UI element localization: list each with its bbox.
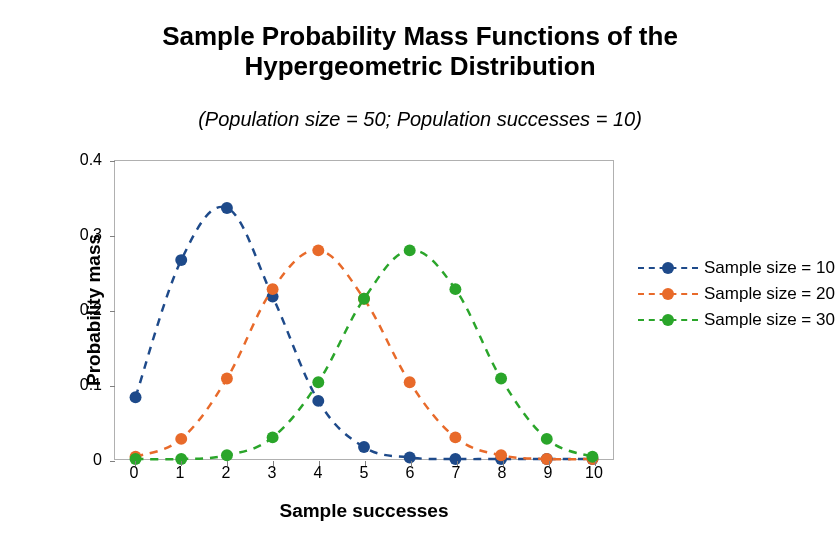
chart-title: Sample Probability Mass Functions of the… xyxy=(0,22,840,82)
series-point xyxy=(449,283,461,295)
chart-figure: Sample Probability Mass Functions of the… xyxy=(0,0,840,558)
series-point xyxy=(404,244,416,256)
series-point xyxy=(449,431,461,443)
legend-item: Sample size = 30 xyxy=(638,310,835,330)
x-tick-label: 4 xyxy=(314,464,323,482)
legend: Sample size = 10Sample size = 20Sample s… xyxy=(638,258,835,336)
series-point xyxy=(404,376,416,388)
series-point xyxy=(175,254,187,266)
series-point xyxy=(312,244,324,256)
series-point xyxy=(358,441,370,453)
series-point xyxy=(587,451,599,463)
x-axis-ticks: 012345678910 xyxy=(114,464,614,490)
series-point xyxy=(130,391,142,403)
y-tick-label: 0.2 xyxy=(80,301,102,319)
legend-dot-icon xyxy=(662,288,674,300)
x-tick-label: 0 xyxy=(130,464,139,482)
series-line xyxy=(136,250,593,459)
legend-swatch xyxy=(638,284,698,304)
series-point xyxy=(267,283,279,295)
series-point xyxy=(495,449,507,461)
plot-area xyxy=(114,160,614,460)
plot-svg xyxy=(115,161,613,459)
y-tick-label: 0.4 xyxy=(80,151,102,169)
y-tick-label: 0.1 xyxy=(80,376,102,394)
series-point xyxy=(404,452,416,464)
legend-swatch xyxy=(638,258,698,278)
series-point xyxy=(221,373,233,385)
series-point xyxy=(267,431,279,443)
x-tick-label: 1 xyxy=(176,464,185,482)
series-point xyxy=(175,433,187,445)
chart-title-line2: Hypergeometric Distribution xyxy=(244,51,595,81)
series-point xyxy=(358,293,370,305)
series-point xyxy=(312,376,324,388)
legend-label: Sample size = 20 xyxy=(704,284,835,304)
y-axis-ticks: 00.10.20.30.4 xyxy=(0,160,108,460)
legend-label: Sample size = 30 xyxy=(704,310,835,330)
x-tick-label: 10 xyxy=(585,464,603,482)
series-point xyxy=(495,373,507,385)
legend-dot-icon xyxy=(662,314,674,326)
series-point xyxy=(312,395,324,407)
x-tick-label: 2 xyxy=(222,464,231,482)
x-tick-label: 3 xyxy=(268,464,277,482)
series-point xyxy=(221,202,233,214)
x-tick-label: 6 xyxy=(406,464,415,482)
legend-item: Sample size = 10 xyxy=(638,258,835,278)
chart-subtitle: (Population size = 50; Population succes… xyxy=(0,108,840,131)
legend-dot-icon xyxy=(662,262,674,274)
y-tick-label: 0 xyxy=(93,451,102,469)
y-tick-label: 0.3 xyxy=(80,226,102,244)
legend-swatch xyxy=(638,310,698,330)
x-tick-label: 5 xyxy=(360,464,369,482)
x-axis-label: Sample successes xyxy=(114,500,614,522)
series-line xyxy=(136,207,593,459)
series-line xyxy=(136,250,593,459)
legend-label: Sample size = 10 xyxy=(704,258,835,278)
x-tick-label: 8 xyxy=(498,464,507,482)
x-tick-label: 7 xyxy=(452,464,461,482)
series-point xyxy=(221,449,233,461)
chart-title-line1: Sample Probability Mass Functions of the xyxy=(162,21,678,51)
x-tick-label: 9 xyxy=(544,464,553,482)
legend-item: Sample size = 20 xyxy=(638,284,835,304)
series-point xyxy=(541,433,553,445)
